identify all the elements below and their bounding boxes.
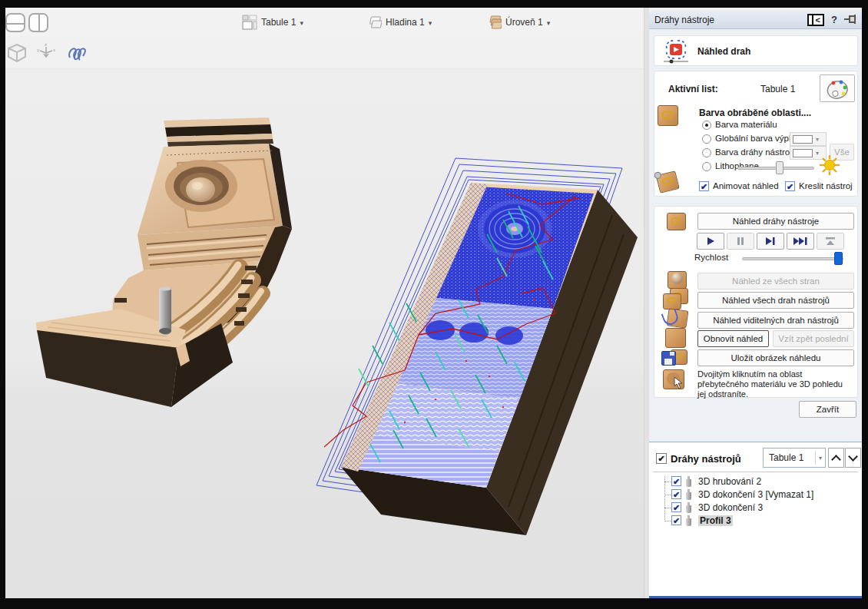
toolpath-checkbox[interactable]: ✔ [671, 502, 681, 512]
preview-toolpath-button[interactable]: Náhled dráhy nástroje [697, 213, 854, 230]
draw-tool-checkbox[interactable]: ✔ [785, 181, 795, 191]
fast-forward-button[interactable] [787, 233, 814, 250]
radio-toolpath-color[interactable] [702, 148, 711, 157]
view-toolbar: zyx [5, 36, 649, 69]
split-vertical-button[interactable] [28, 13, 48, 32]
save-preview-image-button[interactable]: Uložit obrázek náhledu [697, 349, 854, 366]
xyz-axes-icon[interactable]: zyx [36, 42, 57, 64]
app-area: Tabule 1 ▾ Hladina 1 ▾ Úroveň 1 ▾ zyx [5, 8, 862, 598]
toolpaths-panel: Dráhy nástroje < ? [649, 11, 862, 598]
radio-global-fill-label[interactable]: Globální barva výplně [715, 134, 800, 143]
viewport-3d[interactable] [5, 69, 644, 598]
chevron-down-icon: ▾ [816, 455, 825, 462]
level-dropdown[interactable]: Úroveň 1 ▾ [486, 14, 550, 31]
svg-text:y: y [37, 48, 39, 52]
toolpaths-visibility-checkbox[interactable]: ✔ [656, 453, 667, 464]
radio-toolpath-label[interactable]: Barva dráhy nástroje [715, 147, 797, 157]
radio-global-fill-color[interactable] [702, 134, 711, 144]
remove-material-cursor-icon [663, 369, 687, 392]
radio-material-color[interactable] [702, 121, 711, 130]
save-preview-image-icon [661, 346, 689, 371]
svg-text:z: z [45, 42, 47, 47]
animate-preview-label[interactable]: Animovat náhled [713, 181, 779, 190]
toolpath-row[interactable]: ✔ 3D dokončení 3 [Vymazat 1] [649, 488, 862, 501]
chevron-down-icon: ▾ [547, 19, 551, 27]
play-button[interactable] [697, 233, 724, 250]
toolpath-label[interactable]: 3D hrubování 2 [698, 476, 761, 487]
main-toolbar: Tabule 1 ▾ Hladina 1 ▾ Úroveň 1 ▾ [5, 8, 649, 36]
toolpath-sheet-value: Tabule 1 [769, 452, 803, 463]
toolpath-row-selected[interactable]: ✔ Profil 3 [649, 515, 862, 528]
preview-all-sides-button[interactable]: Náhled ze všech stran [697, 273, 854, 290]
panel-splitter[interactable] [644, 8, 649, 598]
palette-button[interactable] [820, 74, 855, 102]
move-up-button[interactable] [828, 448, 844, 468]
end-mill-icon [686, 476, 691, 487]
lithophane-slider-handle[interactable] [776, 161, 784, 174]
radio-material-label[interactable]: Barva materiálu [715, 120, 777, 129]
toolpath-label[interactable]: 3D dokončení 3 [Vymazat 1] [698, 489, 813, 500]
chevron-down-icon: ▾ [429, 19, 432, 27]
layer-icon [366, 15, 382, 30]
layer-dropdown-label: Hladina 1 [386, 17, 425, 28]
color-section-title: Barva obráběné oblasti.... [699, 108, 811, 118]
toolpath-label[interactable]: 3D dokončení 3 [698, 502, 763, 513]
layer-dropdown[interactable]: Hladina 1 ▾ [366, 14, 432, 31]
active-sheet-value: Tabule 1 [760, 84, 795, 94]
reset-preview-button[interactable]: Obnovit náhled [697, 330, 769, 347]
collapse-panel-icon[interactable]: < [807, 14, 824, 26]
pin-icon[interactable] [844, 13, 856, 27]
color-options-card: Aktivní list: Tabule 1 Barva obráběné ob… [654, 71, 858, 197]
preview-all-toolpaths-button[interactable]: Náhled všech drah nástrojů [697, 292, 854, 309]
toolpath-checkbox[interactable]: ✔ [671, 489, 681, 499]
speed-label: Rychlost [694, 253, 728, 262]
end-mill-icon [686, 502, 691, 513]
machined-area-icon [658, 105, 679, 127]
active-sheet-label: Aktivní list: [668, 84, 718, 94]
toolpath-waves-icon[interactable] [67, 42, 88, 64]
toolpath-sheet-dropdown[interactable]: Tabule 1 ▾ [763, 448, 826, 468]
close-button[interactable]: Zavřít [799, 401, 856, 418]
chevron-down-icon: ▾ [816, 136, 819, 143]
sheet-dropdown-label: Tabule 1 [261, 17, 296, 28]
level-icon [486, 15, 502, 30]
svg-text:x: x [53, 48, 55, 52]
preview-visible-toolpaths-button[interactable]: Náhled viditelných drah nástrojů [697, 312, 854, 329]
toolpath-list-section: ✔ Dráhy nástrojů Tabule 1 ▾ ✔ 3D hrubová… [649, 442, 862, 598]
animate-preview-icon [654, 167, 681, 195]
preview-toolpath-icon [667, 213, 687, 231]
level-dropdown-label: Úroveň 1 [505, 17, 543, 28]
radio-lithophane[interactable] [702, 162, 711, 171]
move-down-button[interactable] [845, 448, 861, 468]
panel-header: Dráhy nástroje < ? [649, 11, 862, 29]
fill-color-swatch [793, 135, 813, 144]
step-button[interactable] [757, 233, 784, 250]
toolpath-color-swatch [793, 149, 813, 157]
preview-section-title: Náhled drah [697, 46, 750, 57]
end-mill-icon [686, 515, 691, 526]
fill-color-swatch-dropdown[interactable]: ▾ [790, 132, 827, 146]
draw-tool-label[interactable]: Kreslit nástroj [799, 181, 853, 190]
split-horizontal-button[interactable] [5, 13, 25, 32]
sheet-dropdown[interactable]: Tabule 1 ▾ [242, 14, 303, 31]
all-sides-icon [668, 270, 687, 290]
list-separator [653, 472, 858, 472]
toolpath-row[interactable]: ✔ 3D hrubování 2 [649, 475, 862, 488]
skip-to-end-button[interactable] [817, 233, 844, 250]
end-mill-icon [686, 489, 691, 500]
toolpath-label[interactable]: Profil 3 [698, 515, 733, 526]
preview-toolpaths-icon [662, 38, 691, 68]
isometric-view-icon[interactable] [7, 42, 28, 64]
undo-last-button[interactable]: Vzít zpět poslední [773, 330, 854, 347]
animate-preview-checkbox[interactable]: ✔ [699, 181, 709, 191]
speed-slider-track[interactable] [742, 257, 843, 260]
toolpath-row[interactable]: ✔ 3D dokončení 3 [649, 501, 862, 515]
speed-slider-handle[interactable] [834, 252, 843, 265]
help-icon[interactable]: ? [831, 14, 837, 25]
chevron-down-icon: ▾ [300, 19, 303, 27]
toolpath-checkbox[interactable]: ✔ [671, 515, 681, 525]
application-window: Tabule 1 ▾ Hladina 1 ▾ Úroveň 1 ▾ zyx [0, 0, 868, 609]
panel-title: Dráhy nástroje [654, 15, 807, 25]
toolpath-checkbox[interactable]: ✔ [671, 476, 681, 486]
pause-button[interactable] [727, 233, 754, 250]
